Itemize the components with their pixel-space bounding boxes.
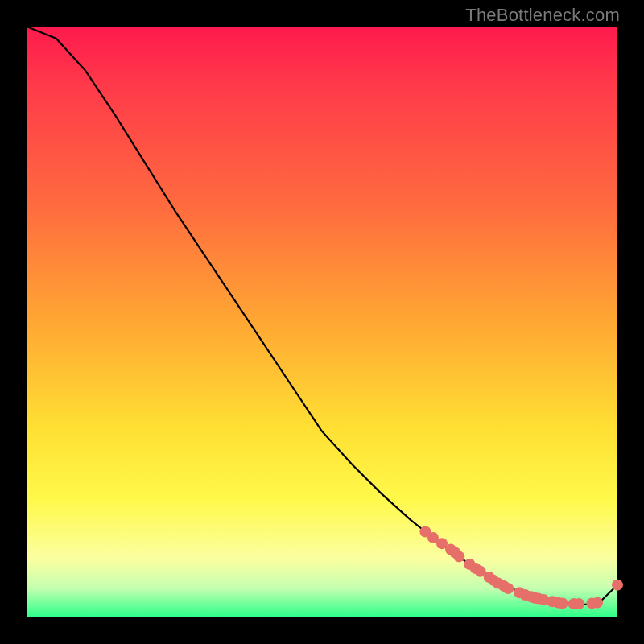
marker-point <box>592 597 603 609</box>
marker-point <box>502 583 514 594</box>
marker-point <box>573 598 584 609</box>
chart-svg <box>27 27 617 617</box>
marker-point <box>453 551 464 562</box>
marker-point <box>612 580 623 591</box>
marker-point <box>557 597 568 609</box>
marker-group <box>419 526 623 610</box>
bottleneck-curve <box>27 27 617 605</box>
chart-frame: TheBottleneck.com <box>0 0 644 644</box>
watermark-text: TheBottleneck.com <box>465 5 620 26</box>
